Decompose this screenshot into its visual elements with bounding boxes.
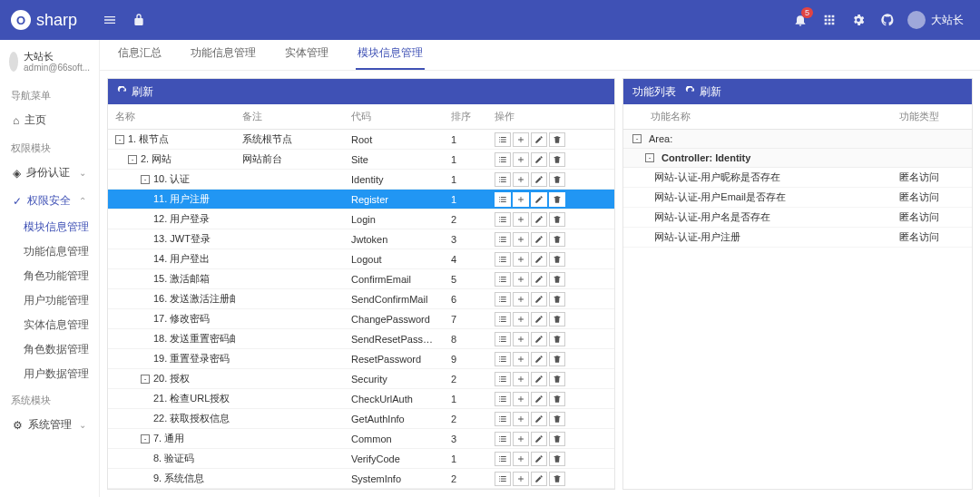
edit-icon[interactable] (531, 312, 547, 326)
table-row[interactable]: -2. 网站网站前台Site1 (108, 150, 614, 170)
sidebar-sub-item[interactable]: 实体信息管理 (0, 313, 99, 337)
user-menu[interactable]: 大站长 (902, 11, 969, 29)
list-icon[interactable] (495, 372, 511, 386)
group-controller[interactable]: -Controller: Identity (623, 149, 972, 168)
tree-toggle-icon[interactable]: - (115, 135, 124, 144)
list-icon[interactable] (495, 172, 511, 187)
refresh-button[interactable]: 刷新 (117, 84, 153, 100)
table-row[interactable]: 22. 获取授权信息GetAuthInfo2 (108, 409, 614, 429)
function-row[interactable]: 网站-认证-用户昵称是否存在匿名访问 (623, 168, 972, 188)
add-icon[interactable] (513, 272, 529, 287)
delete-icon[interactable] (549, 332, 565, 346)
apps-icon[interactable] (815, 5, 844, 34)
delete-icon[interactable] (549, 432, 565, 446)
add-icon[interactable] (513, 312, 529, 326)
add-icon[interactable] (513, 152, 529, 167)
list-icon[interactable] (495, 252, 511, 267)
sidebar-sub-item[interactable]: 用户数据管理 (0, 362, 99, 386)
tree-toggle-icon[interactable]: - (141, 375, 150, 384)
table-row[interactable]: 14. 用户登出Logout4 (108, 249, 614, 269)
add-icon[interactable] (513, 412, 529, 426)
list-icon[interactable] (495, 312, 511, 326)
delete-icon[interactable] (549, 412, 565, 426)
list-icon[interactable] (495, 412, 511, 426)
delete-icon[interactable] (549, 472, 565, 486)
table-row[interactable]: -1. 根节点系统根节点Root1 (108, 130, 614, 150)
col-remarks[interactable]: 备注 (235, 104, 344, 129)
delete-icon[interactable] (549, 312, 565, 326)
delete-icon[interactable] (549, 392, 565, 406)
col-func-name[interactable]: 功能名称 (642, 104, 890, 129)
table-row[interactable]: 12. 用户登录Login2 (108, 210, 614, 229)
delete-icon[interactable] (549, 452, 565, 466)
table-row[interactable]: -10. 认证Identity1 (108, 170, 614, 190)
refresh-button[interactable]: 刷新 (685, 84, 721, 100)
edit-icon[interactable] (531, 192, 547, 207)
edit-icon[interactable] (531, 272, 547, 287)
col-name[interactable]: 名称 (108, 104, 235, 129)
add-icon[interactable] (513, 132, 529, 147)
notifications-icon[interactable]: 5 (786, 5, 815, 34)
function-row[interactable]: 网站-认证-用户注册匿名访问 (623, 228, 972, 248)
col-code[interactable]: 代码 (344, 104, 444, 129)
list-icon[interactable] (495, 392, 511, 406)
add-icon[interactable] (513, 212, 529, 227)
list-icon[interactable] (495, 152, 511, 167)
delete-icon[interactable] (549, 372, 565, 386)
tab[interactable]: 信息汇总 (116, 45, 163, 70)
settings-icon[interactable] (844, 5, 873, 34)
add-icon[interactable] (513, 192, 529, 207)
list-icon[interactable] (495, 432, 511, 446)
tab[interactable]: 模块信息管理 (356, 45, 425, 70)
edit-icon[interactable] (531, 152, 547, 167)
collapse-icon[interactable]: - (632, 134, 642, 143)
table-row[interactable]: 16. 发送激活注册邮件SendConfirmMail6 (108, 289, 614, 309)
sidebar-sub-item[interactable]: 用户功能管理 (0, 288, 99, 313)
table-row[interactable]: -20. 授权Security2 (108, 369, 614, 389)
sidebar-sub-item[interactable]: 角色数据管理 (0, 337, 99, 362)
list-icon[interactable] (495, 452, 511, 466)
list-icon[interactable] (495, 332, 511, 346)
tree-toggle-icon[interactable]: - (141, 175, 150, 184)
table-row[interactable]: 13. JWT登录Jwtoken3 (108, 229, 614, 249)
sidebar-sub-item[interactable]: 模块信息管理 (0, 215, 99, 239)
edit-icon[interactable] (531, 392, 547, 406)
edit-icon[interactable] (531, 452, 547, 466)
sidebar-item-sysmgmt[interactable]: ⚙系统管理⌄ (0, 411, 99, 439)
list-icon[interactable] (495, 292, 511, 307)
col-func-type[interactable]: 功能类型 (890, 104, 972, 129)
list-icon[interactable] (495, 352, 511, 366)
table-row[interactable]: -7. 通用Common3 (108, 429, 614, 449)
delete-icon[interactable] (549, 132, 565, 147)
edit-icon[interactable] (531, 332, 547, 346)
add-icon[interactable] (513, 352, 529, 366)
sidebar-sub-item[interactable]: 角色功能管理 (0, 264, 99, 288)
add-icon[interactable] (513, 372, 529, 386)
tab[interactable]: 功能信息管理 (189, 45, 258, 70)
add-icon[interactable] (513, 172, 529, 187)
tab[interactable]: 实体管理 (283, 45, 330, 70)
table-row[interactable]: 19. 重置登录密码ResetPassword9 (108, 349, 614, 369)
edit-icon[interactable] (531, 432, 547, 446)
delete-icon[interactable] (549, 172, 565, 187)
table-row[interactable]: 11. 用户注册Register1 (108, 190, 614, 210)
tree-toggle-icon[interactable]: - (128, 155, 137, 164)
table-row[interactable]: 21. 检查URL授权CheckUrlAuth1 (108, 389, 614, 409)
edit-icon[interactable] (531, 232, 547, 247)
add-icon[interactable] (513, 472, 529, 486)
table-row[interactable]: 8. 验证码VerifyCode1 (108, 449, 614, 469)
sidebar-user[interactable]: 大站长 admin@66soft... (0, 47, 99, 82)
delete-icon[interactable] (549, 152, 565, 167)
list-icon[interactable] (495, 272, 511, 287)
add-icon[interactable] (513, 432, 529, 446)
sidebar-item-home[interactable]: ⌂主页 (0, 106, 99, 134)
edit-icon[interactable] (531, 132, 547, 147)
edit-icon[interactable] (531, 252, 547, 267)
add-icon[interactable] (513, 452, 529, 466)
list-icon[interactable] (495, 132, 511, 147)
add-icon[interactable] (513, 292, 529, 307)
lock-icon[interactable] (124, 5, 153, 34)
add-icon[interactable] (513, 232, 529, 247)
delete-icon[interactable] (549, 232, 565, 247)
table-row[interactable]: 9. 系统信息SystemInfo2 (108, 469, 614, 489)
